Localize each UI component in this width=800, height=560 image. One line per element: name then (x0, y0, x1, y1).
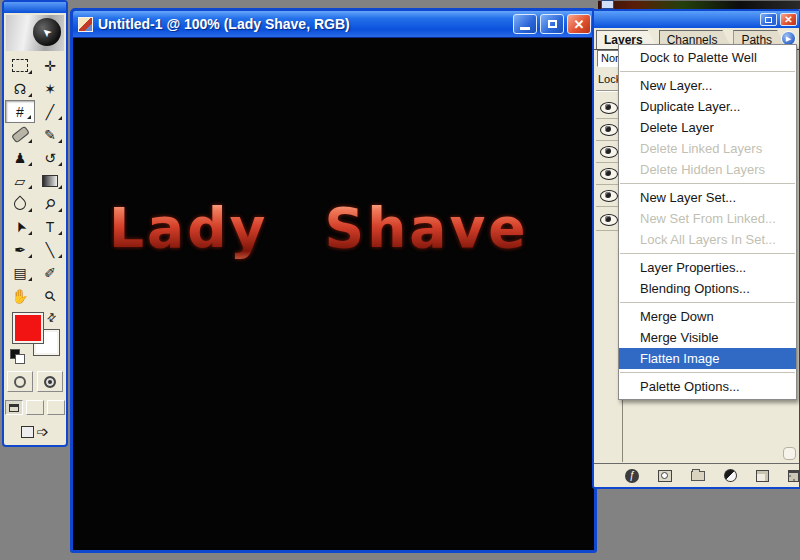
menu-separator (620, 71, 795, 72)
dodge-tool[interactable]: ⚲ (35, 192, 65, 215)
layer-style-button[interactable]: ƒ (625, 469, 639, 483)
gradient-icon (42, 175, 58, 187)
cursor-arrow-icon: ➤ (39, 24, 54, 40)
palette-minimize-button[interactable] (760, 13, 777, 26)
notes-icon: ▤ (13, 265, 26, 281)
resize-grip[interactable] (788, 474, 797, 483)
eraser-tool[interactable]: ▱ (5, 169, 35, 192)
menu-item-delete-linked-layers: Delete Linked Layers (619, 138, 796, 159)
document-window: Untitled-1 @ 100% (Lady Shave, RGB) ✕ La… (70, 8, 597, 553)
healing-brush-tool[interactable] (5, 123, 35, 146)
menu-separator (620, 372, 795, 373)
color-swatch-area: ⇄ (4, 311, 66, 365)
new-layer-set-button[interactable] (691, 471, 706, 481)
hand-tool[interactable]: ✋ (5, 284, 35, 307)
palette-close-button[interactable]: ✕ (780, 13, 797, 26)
quick-mask-mode-button[interactable] (37, 371, 63, 392)
eye-icon (600, 124, 618, 136)
move-tool[interactable]: ✛ (35, 54, 65, 77)
bandage-icon (11, 126, 30, 144)
adobe-logo[interactable]: ➤ (6, 15, 64, 51)
menu-item-new-layer[interactable]: New Layer... (619, 75, 796, 96)
path-selection-tool[interactable]: ➤ (5, 215, 35, 238)
menu-item-duplicate-layer[interactable]: Duplicate Layer... (619, 96, 796, 117)
type-tool[interactable]: T (35, 215, 65, 238)
canvas[interactable]: Lady Shave (73, 37, 594, 550)
clone-stamp-tool[interactable]: ♟ (5, 146, 35, 169)
pen-tool[interactable]: ✒ (5, 238, 35, 261)
menu-item-layer-properties[interactable]: Layer Properties... (619, 257, 796, 278)
jump-to-imageready-button[interactable]: ➩ (4, 423, 66, 441)
marquee-icon (12, 59, 28, 72)
menu-item-palette-options[interactable]: Palette Options... (619, 376, 796, 397)
mask-circle-icon (661, 472, 668, 479)
maximize-icon (548, 20, 557, 28)
foreground-color-swatch[interactable] (13, 313, 43, 343)
eyedropper-tool[interactable]: ✐ (35, 261, 65, 284)
palette-close-icon: ✕ (784, 15, 792, 25)
path-select-icon: ➤ (10, 218, 29, 235)
menu-item-merge-down[interactable]: Merge Down (619, 306, 796, 327)
page-icon (21, 426, 34, 438)
tool-grid: ✛ ☊ ✶ # ╱ ✎ ♟ ↺ ▱ ⚲ ➤ T ✒ ╲ ▤ ✐ ✋ ⚲ (4, 54, 66, 307)
minimize-button[interactable] (513, 14, 537, 34)
new-layer-button[interactable] (756, 470, 769, 482)
tool-palette-window: ➤ ✛ ☊ ✶ # ╱ ✎ ♟ ↺ ▱ ⚲ ➤ T ✒ ╲ ▤ ✐ ✋ ⚲ (2, 0, 68, 447)
palette-scrollbar[interactable] (783, 447, 796, 460)
lasso-tool[interactable]: ☊ (5, 77, 35, 100)
standard-mode-button[interactable] (7, 371, 33, 392)
menu-item-new-layer-set[interactable]: New Layer Set... (619, 187, 796, 208)
eye-icon (600, 146, 618, 158)
adjustment-layer-button[interactable] (724, 469, 737, 482)
fullscreen-mode-button[interactable] (47, 400, 65, 415)
menu-item-merge-visible[interactable]: Merge Visible (619, 327, 796, 348)
menu-separator (620, 302, 795, 303)
quick-mask-icon (44, 376, 56, 388)
crop-tool[interactable]: # (5, 100, 35, 123)
hand-icon: ✋ (11, 288, 28, 304)
menu-item-delete-layer[interactable]: Delete Layer (619, 117, 796, 138)
brush-tool[interactable]: ✎ (35, 123, 65, 146)
gradient-tool[interactable] (35, 169, 65, 192)
screen-mode-icon (9, 404, 19, 412)
default-background-swatch (15, 354, 25, 364)
menu-item-dock-to-palette-well[interactable]: Dock to Palette Well (619, 47, 796, 68)
pen-icon: ✒ (14, 242, 26, 258)
eraser-icon: ▱ (15, 173, 26, 189)
canvas-artwork-text: Lady Shave (109, 196, 529, 260)
swap-colors-icon[interactable]: ⇄ (44, 310, 60, 326)
type-icon: T (46, 219, 55, 235)
history-brush-tool[interactable]: ↺ (35, 146, 65, 169)
fullscreen-menubar-mode-button[interactable] (26, 400, 44, 415)
toolbar-titlebar[interactable] (4, 2, 66, 13)
rectangular-marquee-tool[interactable] (5, 54, 35, 77)
magic-wand-icon: ✶ (44, 81, 56, 97)
magnifier-icon: ⚲ (41, 286, 60, 305)
jump-arrow-icon: ➩ (36, 423, 49, 441)
standard-mode-icon (14, 376, 26, 388)
slice-tool[interactable]: ╱ (35, 100, 65, 123)
palette-titlebar[interactable]: ✕ (594, 11, 799, 28)
line-icon: ╲ (46, 242, 54, 258)
menu-item-lock-all-layers-in-set: Lock All Layers In Set... (619, 229, 796, 250)
add-mask-button[interactable] (658, 470, 672, 482)
zoom-tool[interactable]: ⚲ (35, 284, 65, 307)
photoshop-workspace: ➤ ✛ ☊ ✶ # ╱ ✎ ♟ ↺ ▱ ⚲ ➤ T ✒ ╲ ▤ ✐ ✋ ⚲ (0, 0, 800, 560)
close-button[interactable]: ✕ (567, 14, 591, 34)
eye-icon (600, 214, 618, 226)
stamp-icon: ♟ (14, 150, 27, 166)
line-tool[interactable]: ╲ (35, 238, 65, 261)
menu-item-flatten-image[interactable]: Flatten Image (619, 348, 796, 369)
standard-screen-mode-button[interactable] (5, 400, 23, 415)
document-titlebar[interactable]: Untitled-1 @ 100% (Lady Shave, RGB) ✕ (73, 11, 594, 37)
eye-icon (600, 168, 618, 180)
eye-icon (600, 102, 618, 114)
magic-wand-tool[interactable]: ✶ (35, 77, 65, 100)
default-colors-icon[interactable] (10, 349, 24, 363)
notes-tool[interactable]: ▤ (5, 261, 35, 284)
palette-minimize-icon (765, 17, 772, 23)
menu-item-blending-options[interactable]: Blending Options... (619, 278, 796, 299)
maximize-button[interactable] (540, 14, 564, 34)
palette-bottom-bar: ƒ (594, 463, 799, 487)
blur-tool[interactable] (5, 192, 35, 215)
